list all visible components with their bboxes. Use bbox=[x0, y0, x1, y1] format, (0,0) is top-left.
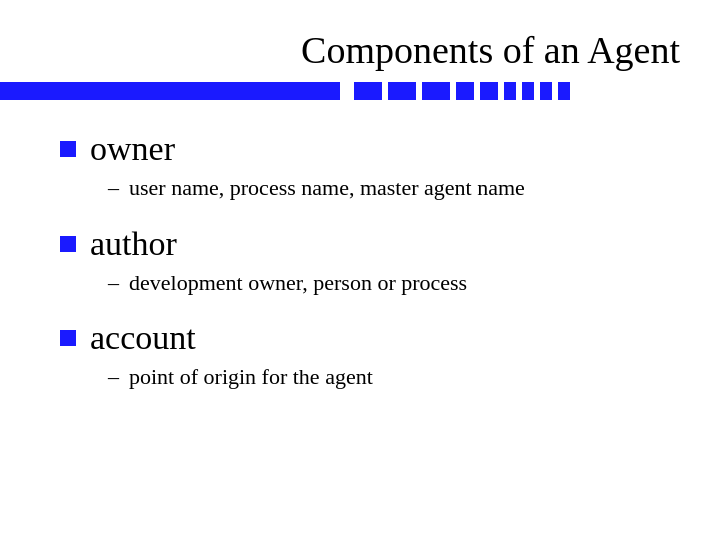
bullet-square-owner bbox=[60, 141, 76, 157]
bullet-label-owner: owner bbox=[90, 130, 175, 168]
bar-solid-left bbox=[0, 82, 340, 100]
slide-title: Components of an Agent bbox=[40, 28, 680, 72]
bullet-main-owner: owner bbox=[60, 130, 660, 168]
bullet-square-author bbox=[60, 236, 76, 252]
bullet-sub-text-author: development owner, person or process bbox=[129, 269, 467, 298]
bullet-sub-owner: – user name, process name, master agent … bbox=[108, 174, 660, 203]
bar-block-9 bbox=[558, 82, 570, 100]
bullet-dash-account: – bbox=[108, 363, 119, 392]
bar-block-4 bbox=[456, 82, 474, 100]
slide: Components of an Agent owner – u bbox=[0, 0, 720, 540]
bar-block-3 bbox=[422, 82, 450, 100]
bullet-square-account bbox=[60, 330, 76, 346]
title-area: Components of an Agent bbox=[0, 0, 720, 82]
bar-block-5 bbox=[480, 82, 498, 100]
bullet-section-author: author – development owner, person or pr… bbox=[60, 225, 660, 298]
bullet-sub-text-account: point of origin for the agent bbox=[129, 363, 373, 392]
bullet-sub-account: – point of origin for the agent bbox=[108, 363, 660, 392]
bullet-section-account: account – point of origin for the agent bbox=[60, 319, 660, 392]
bullet-label-account: account bbox=[90, 319, 196, 357]
bullet-dash-author: – bbox=[108, 269, 119, 298]
bullet-main-author: author bbox=[60, 225, 660, 263]
bullet-label-author: author bbox=[90, 225, 177, 263]
bullet-section-owner: owner – user name, process name, master … bbox=[60, 130, 660, 203]
bar-blocks-right bbox=[348, 82, 720, 100]
bar-block-8 bbox=[540, 82, 552, 100]
bullet-main-account: account bbox=[60, 319, 660, 357]
decoration-bar bbox=[0, 82, 720, 100]
bar-gap-1 bbox=[340, 82, 348, 100]
bar-block-1 bbox=[354, 82, 382, 100]
bar-block-7 bbox=[522, 82, 534, 100]
bullet-dash-owner: – bbox=[108, 174, 119, 203]
bullet-sub-author: – development owner, person or process bbox=[108, 269, 660, 298]
content-area: owner – user name, process name, master … bbox=[0, 100, 720, 434]
bar-block-2 bbox=[388, 82, 416, 100]
bullet-sub-text-owner: user name, process name, master agent na… bbox=[129, 174, 525, 203]
bar-block-6 bbox=[504, 82, 516, 100]
